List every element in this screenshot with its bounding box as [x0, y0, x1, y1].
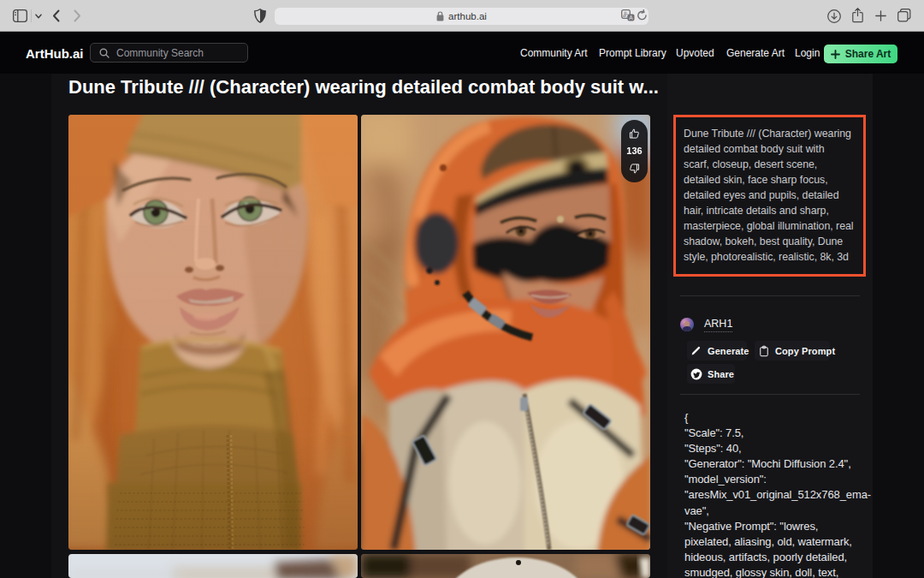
svg-text:A: A	[629, 15, 633, 21]
